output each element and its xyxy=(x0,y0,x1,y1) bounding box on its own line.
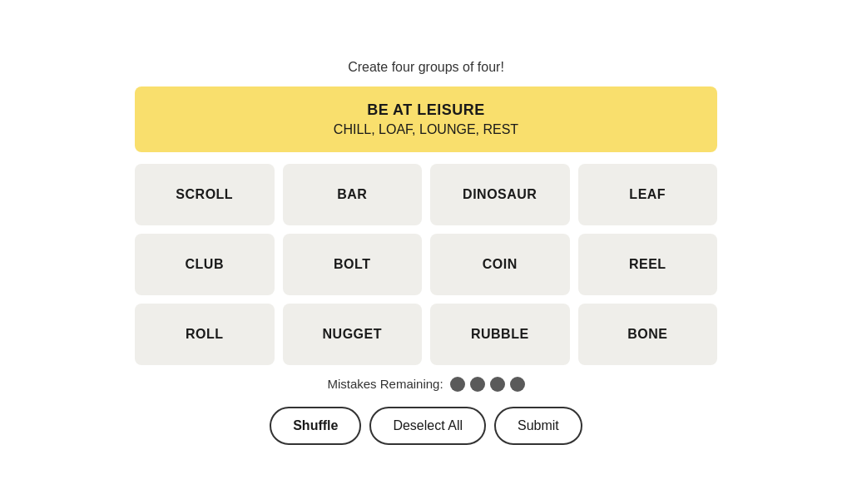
subtitle: Create four groups of four! xyxy=(348,60,504,75)
tile[interactable]: RUBBLE xyxy=(430,304,570,365)
tile[interactable]: ROLL xyxy=(135,304,275,365)
tile[interactable]: CLUB xyxy=(135,234,275,295)
solved-group-title: BE AT LEISURE xyxy=(151,101,701,119)
tile[interactable]: DINOSAUR xyxy=(430,164,570,225)
mistake-dot xyxy=(490,377,505,392)
tile[interactable]: COIN xyxy=(430,234,570,295)
mistake-dot xyxy=(510,377,525,392)
deselect-all-button[interactable]: Deselect All xyxy=(369,407,486,445)
mistake-dot xyxy=(450,377,465,392)
solved-group-words: CHILL, LOAF, LOUNGE, REST xyxy=(151,122,701,137)
shuffle-button[interactable]: Shuffle xyxy=(270,407,361,445)
tile-grid: SCROLLBARDINOSAURLEAFCLUBBOLTCOINREELROL… xyxy=(135,164,717,365)
tile[interactable]: BOLT xyxy=(283,234,423,295)
tile[interactable]: REEL xyxy=(578,234,718,295)
tile[interactable]: NUGGET xyxy=(283,304,423,365)
submit-button[interactable]: Submit xyxy=(494,407,582,445)
controls: Shuffle Deselect All Submit xyxy=(270,407,582,445)
solved-group: BE AT LEISURE CHILL, LOAF, LOUNGE, REST xyxy=(135,86,717,152)
tile[interactable]: BAR xyxy=(283,164,423,225)
mistakes-label: Mistakes Remaining: xyxy=(327,377,443,391)
mistakes-section: Mistakes Remaining: xyxy=(327,377,524,392)
game-container: Create four groups of four! BE AT LEISUR… xyxy=(135,60,717,445)
mistakes-dots xyxy=(450,377,525,392)
tile[interactable]: SCROLL xyxy=(135,164,275,225)
mistake-dot xyxy=(470,377,485,392)
tile[interactable]: BONE xyxy=(578,304,718,365)
tile[interactable]: LEAF xyxy=(578,164,718,225)
